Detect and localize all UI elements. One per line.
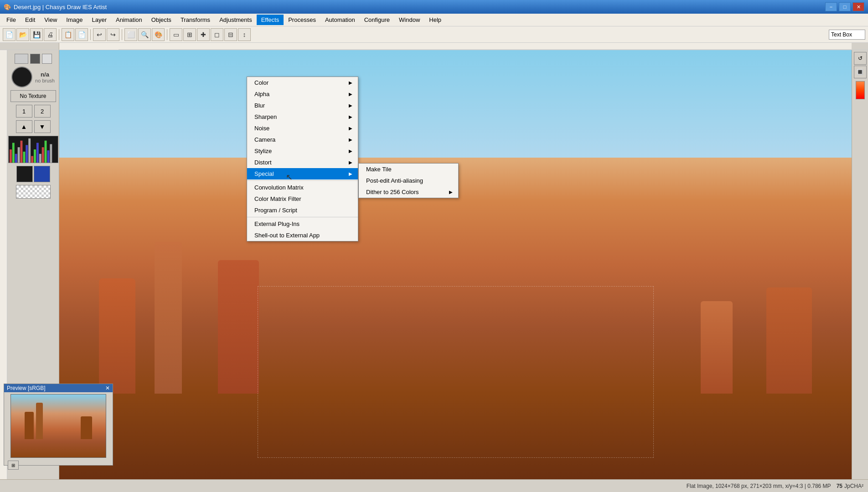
ruler-corner xyxy=(0,43,59,50)
menu-image[interactable]: Image xyxy=(62,15,87,25)
menu-transforms[interactable]: Transforms xyxy=(176,15,215,25)
preview-close-button[interactable]: ✕ xyxy=(105,385,110,391)
titlebar: 🎨 Desert.jpg | Chasys Draw IES Artist − … xyxy=(0,0,868,14)
special-submenu: Make Tile Post-edit Anti-aliasing Dither… xyxy=(358,163,459,198)
close-button[interactable]: ✕ xyxy=(852,2,864,11)
cross-button[interactable]: ✚ xyxy=(197,28,210,41)
minus-button[interactable]: ⊟ xyxy=(224,28,237,41)
new-button[interactable]: 📄 xyxy=(3,28,16,41)
num-buttons: 1 2 xyxy=(16,105,51,118)
horizontal-ruler xyxy=(119,43,852,50)
menu-file[interactable]: File xyxy=(2,15,21,25)
no-texture-button[interactable]: No Texture xyxy=(10,90,56,102)
menubar: File Edit View Image Layer Animation Obj… xyxy=(0,14,868,26)
menu-dither-256[interactable]: Dither to 256 Colors ▶ xyxy=(359,186,458,198)
menu-configure[interactable]: Configure xyxy=(360,15,394,25)
canvas-area[interactable] xyxy=(59,50,852,479)
menu-blur[interactable]: Blur ▶ xyxy=(247,100,358,111)
brush-label: n/a xyxy=(41,71,49,78)
undo-button[interactable]: ↩ xyxy=(93,28,106,41)
menu-special[interactable]: Special ▶ xyxy=(247,168,358,179)
toolbar-sep-3 xyxy=(122,29,122,40)
menu-noise-label: Noise xyxy=(254,125,269,132)
menu-processes[interactable]: Processes xyxy=(284,15,320,25)
menu-camera[interactable]: Camera ▶ xyxy=(247,134,358,145)
menu-help[interactable]: Help xyxy=(424,15,446,25)
menu-blur-label: Blur xyxy=(254,102,265,109)
save-button[interactable]: 💾 xyxy=(30,28,43,41)
preview-corner-button[interactable]: ⊞ xyxy=(8,461,19,470)
copy-button[interactable]: 📋 xyxy=(62,28,74,41)
rock-3 xyxy=(218,260,259,415)
square-button[interactable]: ◻ xyxy=(211,28,223,41)
menu-sharpen[interactable]: Sharpen ▶ xyxy=(247,111,358,123)
tool-thumbs xyxy=(15,54,52,64)
menu-make-tile-label: Make Tile xyxy=(366,166,392,173)
flip-button[interactable]: ↕ xyxy=(238,28,251,41)
swatch-blue[interactable] xyxy=(34,166,50,182)
color-swatches xyxy=(16,166,50,182)
menu-animation[interactable]: Animation xyxy=(111,15,147,25)
num-1-button[interactable]: 1 xyxy=(16,105,32,118)
sky xyxy=(59,50,852,158)
menu-stylize[interactable]: Stylize ▶ xyxy=(247,145,358,157)
menu-alpha[interactable]: Alpha ▶ xyxy=(247,88,358,100)
left-panel: n/a no brush No Texture 1 2 ▲ ▼ xyxy=(0,50,59,479)
arrow-down-button[interactable]: ▼ xyxy=(34,120,51,133)
menu-automation[interactable]: Automation xyxy=(320,15,360,25)
paste-button[interactable]: 📄 xyxy=(75,28,88,41)
alpha-arrow-icon: ▶ xyxy=(349,92,352,97)
menu-make-tile[interactable]: Make Tile xyxy=(359,164,458,175)
menu-external-plugins[interactable]: External Plug-Ins xyxy=(247,218,358,230)
special-arrow-icon: ▶ xyxy=(349,171,352,176)
grid-button[interactable]: ⊞ xyxy=(183,28,196,41)
num-2-button[interactable]: 2 xyxy=(34,105,51,118)
open-button[interactable]: 📂 xyxy=(16,28,29,41)
menu-edit[interactable]: Edit xyxy=(21,15,40,25)
text-box-input[interactable] xyxy=(829,30,865,40)
maximize-button[interactable]: □ xyxy=(839,2,851,11)
brush-indicator: n/a no brush xyxy=(11,67,55,87)
tools-area: n/a no brush No Texture 1 2 ▲ ▼ xyxy=(7,54,59,199)
menu-program-script-label: Program / Script xyxy=(254,207,297,214)
arrow-up-button[interactable]: ▲ xyxy=(16,120,32,133)
menu-post-edit-aa[interactable]: Post-edit Anti-aliasing xyxy=(359,175,458,186)
menu-effects[interactable]: Effects xyxy=(257,15,284,25)
menu-convolution[interactable]: Convolution Matrix xyxy=(247,182,358,193)
swatch-black[interactable] xyxy=(16,166,33,182)
ruler-right xyxy=(852,43,868,50)
minimize-button[interactable]: − xyxy=(825,2,837,11)
right-tool-2[interactable]: 🔳 xyxy=(854,66,867,78)
menu-distort[interactable]: Distort ▶ xyxy=(247,157,358,168)
toolbar-sep-1 xyxy=(59,29,59,40)
menu-program-script[interactable]: Program / Script xyxy=(247,205,358,216)
menu-colormatrix[interactable]: Color Matrix Filter xyxy=(247,193,358,205)
select-button[interactable]: ⬜ xyxy=(124,28,137,41)
right-tool-1[interactable]: ↺ xyxy=(854,52,867,65)
color-button[interactable]: 🎨 xyxy=(152,28,165,41)
preview-image xyxy=(10,394,106,458)
zoom-button[interactable]: 🔍 xyxy=(138,28,151,41)
dither-arrow-icon: ▶ xyxy=(449,190,453,195)
toolbar-sep-2 xyxy=(90,29,91,40)
redo-button[interactable]: ↪ xyxy=(107,28,119,41)
toolbar-sep-4 xyxy=(167,29,167,40)
camera-arrow-icon: ▶ xyxy=(349,137,352,142)
transparent-swatch[interactable] xyxy=(16,185,51,199)
menu-adjustments[interactable]: Adjustments xyxy=(215,15,257,25)
titlebar-controls: − □ ✕ xyxy=(825,2,864,11)
menu-shell-out[interactable]: Shell-out to External App xyxy=(247,230,358,241)
menu-noise[interactable]: Noise ▶ xyxy=(247,123,358,134)
color-swatch[interactable] xyxy=(11,67,32,87)
right-gradient-bar xyxy=(856,81,865,99)
print-button[interactable]: 🖨 xyxy=(44,28,57,41)
menu-objects[interactable]: Objects xyxy=(147,15,176,25)
menu-sep-1 xyxy=(247,180,358,181)
zoom-badge: 75 xyxy=(837,483,842,489)
menu-view[interactable]: View xyxy=(40,15,62,25)
menu-layer[interactable]: Layer xyxy=(87,15,111,25)
rect-button[interactable]: ▭ xyxy=(170,28,182,41)
menu-window[interactable]: Window xyxy=(394,15,424,25)
menu-color[interactable]: Color ▶ xyxy=(247,77,358,88)
menu-alpha-label: Alpha xyxy=(254,91,269,97)
